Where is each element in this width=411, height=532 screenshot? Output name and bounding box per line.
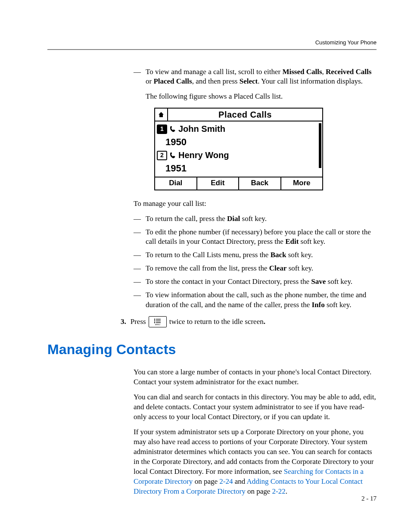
softkey-more: More: [281, 177, 323, 190]
paragraph: You can store a large number of contacts…: [134, 367, 377, 387]
text-bold: Select: [240, 77, 258, 85]
text: To remove the call from the list, press …: [146, 264, 269, 272]
screen-title: Placed Calls: [168, 109, 322, 121]
screen-body: 1 John Smith 1950 2 Henry: [155, 121, 322, 176]
text: To edit the phone number (if necessary) …: [146, 228, 371, 246]
text-bold: Dial: [227, 215, 240, 223]
text: Press: [131, 317, 146, 327]
list-item: To store the contact in your Contact Dir…: [134, 277, 377, 287]
list-item: 2 Henry Wong: [157, 149, 321, 161]
svg-rect-5: [156, 322, 161, 323]
list-item: To edit the phone number (if necessary) …: [134, 227, 377, 247]
text-bold: Received Calls: [326, 68, 371, 76]
home-icon: [155, 109, 168, 121]
text: .: [286, 487, 287, 495]
svg-point-0: [154, 319, 155, 320]
text: To view and manage a call list, scroll t…: [146, 68, 282, 76]
text-bold: Clear: [269, 264, 287, 272]
list-item: To return to the Call Lists menu, press …: [134, 250, 377, 260]
list-item-number: 1951: [157, 162, 321, 175]
text: on page: [193, 477, 219, 485]
list-item: To return the call, press the Dial soft …: [134, 214, 377, 224]
content-area: You can store a large number of contacts…: [134, 367, 377, 496]
text: and: [233, 477, 246, 485]
paragraph: You can dial and search for contacts in …: [134, 392, 377, 422]
page-ref-link[interactable]: 2-22: [272, 487, 285, 495]
text: To return to the Call Lists menu, press …: [146, 251, 271, 259]
svg-text:MENU: MENU: [155, 324, 160, 326]
list-item-number: 1950: [157, 136, 321, 149]
index-badge: 2: [157, 151, 167, 160]
index-badge-selected: 1: [157, 124, 167, 134]
list-item: 1 John Smith: [157, 123, 321, 135]
svg-rect-1: [156, 319, 161, 319]
text: To return the call, press the: [146, 215, 227, 223]
handset-icon: [170, 126, 177, 133]
text-bold: Missed Calls: [282, 68, 322, 76]
softkey-row: Dial Edit Back More: [155, 177, 322, 190]
text: To store the contact in your Contact Dir…: [146, 277, 311, 286]
text: soft key.: [286, 251, 313, 259]
page-ref-link[interactable]: 2-24: [219, 477, 233, 485]
text: ,: [322, 68, 326, 76]
scrollbar: [319, 123, 321, 168]
running-head: Customizing Your Phone: [47, 39, 377, 47]
text: soft key.: [286, 264, 313, 272]
content-area: To view and manage a call list, scroll t…: [134, 67, 377, 328]
menu-key-icon: MENU: [149, 316, 167, 327]
softkey-edit: Edit: [197, 177, 240, 190]
header-rule: [47, 49, 377, 50]
svg-point-2: [154, 320, 155, 322]
text-bold: Save: [311, 277, 326, 286]
text: soft key.: [240, 215, 267, 223]
intro-bullet: To view and manage a call list, scroll t…: [134, 67, 377, 190]
step-3: 3. Press MENU twice to return to the idl…: [121, 316, 377, 327]
screen-titlebar: Placed Calls: [155, 109, 322, 121]
figure-caption: The following figure shows a Placed Call…: [146, 92, 377, 102]
text: soft key.: [299, 237, 325, 246]
text-bold: Edit: [285, 237, 299, 246]
svg-point-4: [154, 322, 155, 324]
text: , and then press: [192, 77, 240, 85]
text: . Your call list information displays.: [258, 77, 363, 85]
text: soft key.: [326, 277, 352, 286]
paragraph: If your system administrator sets up a C…: [134, 427, 377, 497]
manage-intro: To manage your call list:: [134, 199, 377, 209]
list-item: To view information about the call, such…: [134, 290, 377, 310]
text-bold: Info: [311, 301, 324, 309]
phone-screen-figure: Placed Calls 1 John Smith 1950: [154, 108, 323, 190]
text-bold: Placed Calls: [153, 77, 192, 85]
contact-name: John Smith: [178, 123, 225, 135]
text: on page: [246, 487, 272, 495]
softkey-dial: Dial: [155, 177, 197, 190]
list-item: To remove the call from the list, press …: [134, 264, 377, 274]
step-number: 3.: [121, 317, 126, 327]
handset-icon: [170, 152, 177, 159]
text: twice to return to the idle screen: [169, 317, 264, 327]
text-bold: Back: [271, 251, 286, 259]
contact-name: Henry Wong: [178, 149, 229, 161]
svg-rect-3: [156, 320, 161, 321]
text-bold: .: [264, 317, 265, 327]
softkey-back: Back: [239, 177, 281, 190]
text: or: [146, 77, 153, 85]
page-number: 2 - 17: [361, 494, 377, 503]
text: soft key.: [325, 301, 352, 309]
section-heading-managing-contacts: Managing Contacts: [47, 340, 377, 359]
